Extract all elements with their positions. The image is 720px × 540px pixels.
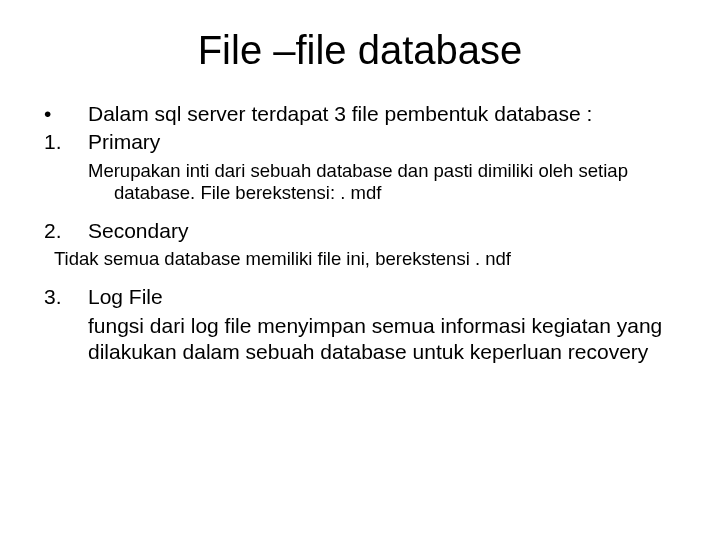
item-1-marker: 1. <box>40 129 88 155</box>
item-2-marker: 2. <box>40 218 88 244</box>
item-3-body: fungsi dari log file menyimpan semua inf… <box>88 313 680 366</box>
item-1-desc: Merupakan inti dari sebuah database dan … <box>88 160 680 204</box>
item-3-row: 3. Log File <box>40 284 680 310</box>
item-3-marker: 3. <box>40 284 88 310</box>
item-2-label: Secondary <box>88 218 680 244</box>
page-title: File –file database <box>40 28 680 73</box>
item-2-row: 2. Secondary <box>40 218 680 244</box>
item-1-label: Primary <box>88 129 680 155</box>
intro-text: Dalam sql server terdapat 3 file pembent… <box>88 101 680 127</box>
intro-row: • Dalam sql server terdapat 3 file pembe… <box>40 101 680 127</box>
item-3-label: Log File <box>88 284 680 310</box>
item-1-row: 1. Primary <box>40 129 680 155</box>
bullet-marker: • <box>40 101 88 127</box>
item-2-desc: Tidak semua database memiliki file ini, … <box>54 248 680 270</box>
